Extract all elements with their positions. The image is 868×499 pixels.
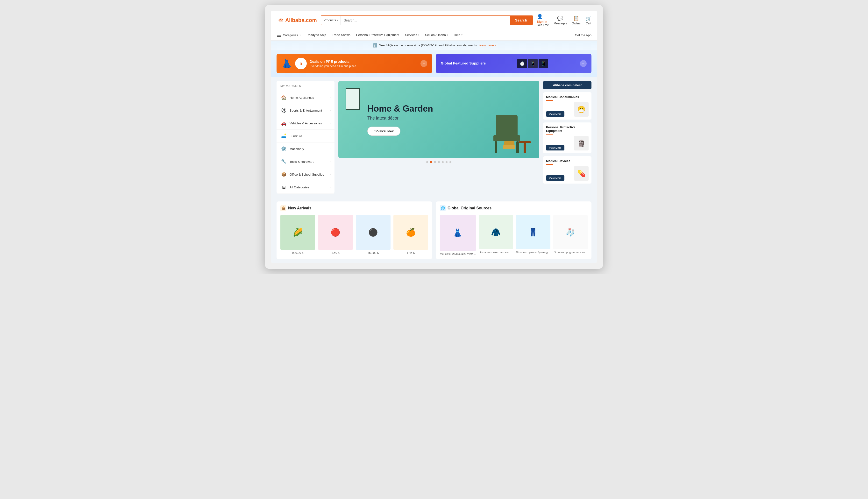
global-sources-header: 🌐 Global Original Sources bbox=[440, 205, 588, 211]
info-icon: ℹ️ bbox=[372, 43, 377, 48]
sidebar-item-office[interactable]: 📦 Office & School Supplies › bbox=[277, 168, 334, 181]
nav-sell[interactable]: Sell on Alibaba ▾ bbox=[425, 30, 448, 40]
sidebar-item-vehicles[interactable]: 🚗 Vehicles & Accessories › bbox=[277, 117, 334, 130]
search-button[interactable]: Search bbox=[510, 16, 533, 25]
global-product-item-3[interactable]: 👖 Женские прямые брюки д... bbox=[516, 215, 550, 255]
ppe-title: Personal Protective Equipment bbox=[546, 125, 589, 133]
sidebar-item-home-appliances[interactable]: 🏠 Home Appliances › bbox=[277, 91, 334, 104]
view-more-devices-button[interactable]: View More bbox=[546, 175, 564, 181]
new-arrivals-icon: 📦 bbox=[280, 205, 286, 211]
nav-categories[interactable]: Categories ▾ bbox=[277, 33, 301, 37]
product-item-1[interactable]: 🌽 920,00 $ bbox=[280, 215, 315, 255]
hero-dot-2[interactable] bbox=[430, 161, 432, 163]
messages-action[interactable]: 💬 Messages bbox=[554, 15, 567, 25]
view-more-ppe-button[interactable]: View More bbox=[546, 145, 564, 150]
medical-consumables-image: 😷 bbox=[574, 102, 589, 117]
sidebar-item-label: Sports & Entertainment bbox=[290, 109, 327, 112]
product-item-2[interactable]: 🔴 1,50 $ bbox=[318, 215, 353, 255]
cart-action[interactable]: 🛒 Cart bbox=[585, 15, 591, 25]
sidebar-item-sports[interactable]: ⚽ Sports & Entertainment › bbox=[277, 104, 334, 117]
new-arrivals-grid: 🌽 920,00 $ 🔴 1,50 $ ⚫ 450,00 $ 🍊 1,45 $ bbox=[280, 215, 428, 255]
global-product-image-3: 👖 bbox=[516, 215, 550, 249]
sidebar-item-furniture[interactable]: 🛋️ Furniture › bbox=[277, 130, 334, 143]
product-price-1: 920,00 $ bbox=[292, 251, 304, 255]
sidebar-item-label: Machinery bbox=[290, 147, 327, 151]
nav-services[interactable]: Services ▾ bbox=[405, 30, 419, 40]
search-dropdown[interactable]: Products ▾ bbox=[321, 16, 341, 25]
sell-chevron-icon: ▾ bbox=[447, 34, 448, 36]
suppliers-banner-text: Global Featured Suppliers bbox=[441, 61, 486, 66]
nav-ready-to-ship[interactable]: Ready to Ship bbox=[306, 30, 326, 40]
source-now-button[interactable]: Source now bbox=[367, 126, 401, 136]
svg-rect-2 bbox=[494, 141, 497, 154]
hero-furniture bbox=[489, 108, 532, 156]
svg-rect-7 bbox=[504, 141, 514, 145]
frame-decoration bbox=[346, 88, 360, 110]
global-sources-icon: 🌐 bbox=[440, 205, 445, 211]
main-content: MY MARKETS 🏠 Home Appliances › ⚽ Sports … bbox=[271, 77, 597, 197]
global-product-item-4[interactable]: 🧦 Оптовая продажа женско... bbox=[553, 215, 588, 255]
global-product-name-2: Женские синтетические... bbox=[479, 251, 513, 254]
sports-icon: ⚽ bbox=[280, 107, 287, 114]
search-dropdown-label: Products bbox=[323, 19, 336, 22]
ppe-image: 🗿 bbox=[574, 136, 589, 150]
ppe-banner[interactable]: 👗 a Deals on PPE products Everything you… bbox=[277, 54, 432, 73]
sidebar-item-label: Office & School Supplies bbox=[290, 173, 327, 176]
announcement-bar: ℹ️ See FAQs on the coronavirus (COVID-19… bbox=[271, 40, 597, 50]
devices-row: View More 💊 bbox=[546, 166, 589, 181]
hero-dot-4[interactable] bbox=[438, 161, 440, 163]
global-product-item-1[interactable]: 👗 Женские «дышащие» туфл... bbox=[440, 215, 476, 255]
learn-more-link[interactable]: learn more › bbox=[479, 44, 496, 47]
nav-help[interactable]: Help ▾ bbox=[454, 30, 463, 40]
product-price-3: 450,00 $ bbox=[368, 251, 379, 255]
ppe-banner-text: Deals on PPE products Everything you nee… bbox=[310, 59, 356, 68]
sidebar-item-machinery[interactable]: ⚙️ Machinery › bbox=[277, 143, 334, 155]
sidebar-item-tools[interactable]: 🔧 Tools & Hardware › bbox=[277, 155, 334, 168]
nav-bar: Categories ▾ Ready to Ship Trade Shows P… bbox=[271, 30, 597, 40]
ppe-banner-arrow: ← bbox=[420, 60, 427, 67]
hero-subtitle: The latest décor bbox=[367, 116, 433, 121]
sign-in-area[interactable]: 👤 Sign In Join Free bbox=[537, 13, 549, 27]
view-more-medical-button[interactable]: View More bbox=[546, 111, 564, 117]
get-app-link[interactable]: Get the App bbox=[575, 33, 591, 37]
hero-dot-5[interactable] bbox=[442, 161, 444, 163]
chevron-right-icon: › bbox=[330, 96, 331, 99]
hero-banner: Home & Garden The latest décor Source no… bbox=[338, 81, 539, 158]
hero-dots bbox=[338, 161, 539, 163]
cart-icon: 🛒 bbox=[585, 15, 591, 21]
global-product-item-2[interactable]: 🧥 Женские синтетические... bbox=[479, 215, 513, 255]
product-item-3[interactable]: ⚫ 450,00 $ bbox=[356, 215, 391, 255]
sidebar-item-all-categories[interactable]: ⊞ All Categories › bbox=[277, 181, 334, 194]
alibaba-circle-logo: a bbox=[295, 58, 307, 69]
nav-trade-shows[interactable]: Trade Shows bbox=[332, 30, 351, 40]
suppliers-icons: ⏱️ 📱 📱 bbox=[517, 59, 548, 68]
suppliers-banner[interactable]: Global Featured Suppliers ⏱️ 📱 📱 → bbox=[436, 54, 591, 73]
logo[interactable]: Alibaba.com bbox=[277, 17, 317, 23]
hero-dot-1[interactable] bbox=[426, 161, 428, 163]
svg-rect-4 bbox=[519, 141, 531, 143]
search-input[interactable] bbox=[341, 16, 510, 25]
orders-action[interactable]: 📋 Orders bbox=[572, 15, 580, 25]
global-product-image-1: 👗 bbox=[440, 215, 476, 251]
global-product-name-4: Оптовая продажа женско... bbox=[553, 251, 588, 254]
nav-ppe[interactable]: Personal Protective Equipment bbox=[356, 30, 399, 40]
sidebar-item-label: Tools & Hardware bbox=[290, 160, 327, 163]
right-panel-item-medical: Medical Consumables View More 😷 bbox=[543, 92, 591, 120]
hero-dot-7[interactable] bbox=[450, 161, 451, 163]
hero-dot-3[interactable] bbox=[434, 161, 436, 163]
search-bar: Products ▾ Search bbox=[321, 15, 533, 25]
global-product-image-2: 🧥 bbox=[479, 215, 513, 249]
categories-chevron-icon: ▾ bbox=[299, 34, 301, 36]
logo-text: Alibaba.com bbox=[285, 17, 317, 23]
hero-dot-6[interactable] bbox=[445, 161, 448, 163]
banner-row: 👗 a Deals on PPE products Everything you… bbox=[271, 50, 597, 77]
chevron-right-icon: › bbox=[330, 147, 331, 150]
product-item-4[interactable]: 🍊 1,45 $ bbox=[393, 215, 428, 255]
sign-in-label: Sign In bbox=[537, 20, 547, 23]
devices-title: Medical Devices bbox=[546, 159, 589, 163]
hamburger-icon bbox=[277, 33, 281, 37]
right-panel-item-devices: Medical Devices View More 💊 bbox=[543, 156, 591, 184]
ppe-row: View More 🗿 bbox=[546, 136, 589, 150]
hero-area: Home & Garden The latest décor Source no… bbox=[338, 81, 539, 194]
global-product-name-3: Женские прямые брюки д... bbox=[516, 251, 550, 254]
